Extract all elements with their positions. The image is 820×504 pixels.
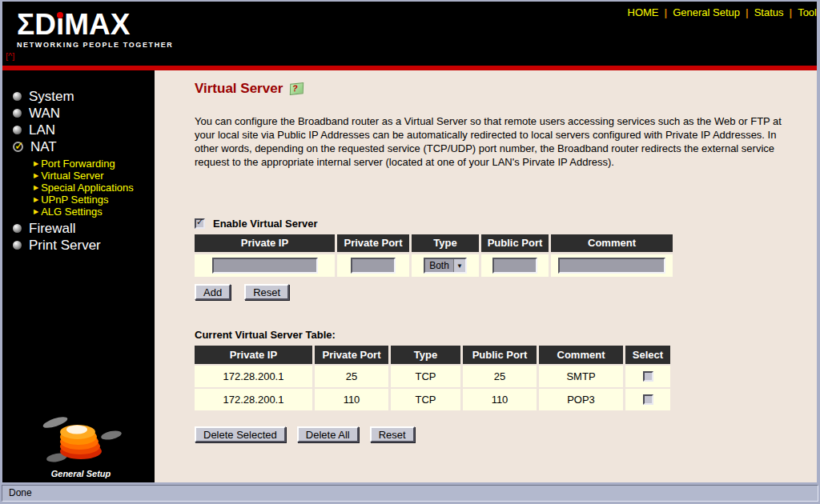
logo-tagline: NETWORKING PEOPLE TOGETHER <box>17 41 173 49</box>
sidebar-subitem-upnp-settings[interactable]: ▶UPnP Settings <box>34 194 155 206</box>
delete-selected-button[interactable]: Delete Selected <box>195 426 286 442</box>
sidebar-item-label: WAN <box>29 106 60 122</box>
select-dropdown-arrow-icon[interactable]: ▼ <box>453 259 465 272</box>
sidebar-item-label: NAT <box>30 139 57 155</box>
sidebar-subitem-virtual-server[interactable]: ▶Virtual Server <box>34 170 155 182</box>
header: ΣDıMAX NETWORKING PEOPLE TOGETHER HOME|G… <box>2 2 817 66</box>
brand-i: ı <box>56 10 64 40</box>
arrow-icon: ▶ <box>34 196 38 203</box>
column-header-private-ip: Private IP <box>195 234 335 252</box>
sidebar-subitem-alg-settings[interactable]: ▶ALG Settings <box>34 206 155 218</box>
sidebar-item-label: System <box>29 89 74 105</box>
form-cell-private-port <box>337 254 409 277</box>
sidebar-subitem-port-forwarding[interactable]: ▶Port Forwarding <box>34 158 155 170</box>
row1-comment: SMTP <box>539 366 623 387</box>
sidebar-item-wan[interactable]: WAN <box>13 105 155 122</box>
bullet-icon <box>13 224 22 233</box>
page-title: Virtual Server <box>195 81 283 97</box>
sidebar-subitem-special-applications[interactable]: ▶Special Applications <box>34 182 155 194</box>
nat-submenu: ▶Port Forwarding ▶Virtual Server ▶Specia… <box>34 158 155 218</box>
form-cell-public-port <box>481 254 549 277</box>
top-navigation: HOME|General Setup|Status|Tool <box>628 6 817 18</box>
row2-select-cell <box>625 389 670 410</box>
enable-row: Enable Virtual Server <box>195 218 817 230</box>
arrow-icon: ▶ <box>34 184 38 191</box>
row1-select-cell <box>625 366 670 387</box>
general-setup-graphic: General Setup <box>25 414 137 478</box>
row2-public-port: 110 <box>463 389 537 410</box>
main-row: System WAN LAN NAT ▶Port Forwarding ▶Vir… <box>2 70 817 482</box>
enable-virtual-server-label: Enable Virtual Server <box>213 218 318 230</box>
sidebar-item-label: Firewall <box>29 221 76 237</box>
row2-private-ip: 172.28.200.1 <box>195 389 312 410</box>
enable-virtual-server-checkbox[interactable] <box>195 218 205 229</box>
type-select[interactable]: Both ▼ <box>424 258 467 274</box>
row1-public-port: 25 <box>463 366 537 387</box>
row1-type: TCP <box>391 366 460 387</box>
column-header-type: Type <box>412 234 479 252</box>
type-select-value: Both <box>425 259 453 272</box>
current-virtual-server-table: Private IP Private Port Type Public Port… <box>195 346 670 410</box>
arrow-icon: ▶ <box>34 208 38 215</box>
nav-home[interactable]: HOME <box>628 6 659 18</box>
arrow-icon: ▶ <box>34 172 38 179</box>
sidebar-item-system[interactable]: System <box>13 88 155 105</box>
bullet-icon <box>13 241 22 250</box>
sidebar-item-label: LAN <box>29 122 55 138</box>
edimax-brand: ΣDıMAX <box>17 10 173 40</box>
column-header-select: Select <box>625 346 670 364</box>
row2-type: TCP <box>391 389 460 410</box>
edimax-logo: ΣDıMAX NETWORKING PEOPLE TOGETHER <box>17 10 173 49</box>
nav-tool[interactable]: Tool <box>798 6 817 18</box>
status-text: Done <box>9 487 32 498</box>
nav-status[interactable]: Status <box>754 6 784 18</box>
bullet-icon <box>13 126 22 134</box>
help-book-icon[interactable]: ? <box>290 82 303 95</box>
row-select-checkbox[interactable] <box>643 394 653 405</box>
public-port-input[interactable] <box>492 258 537 274</box>
column-header-type: Type <box>391 346 460 364</box>
logo-red-dot-icon <box>57 12 63 18</box>
status-bar: Done <box>2 485 818 502</box>
comment-input[interactable] <box>558 258 665 274</box>
broken-image-marker: [^] <box>6 51 14 61</box>
brand-right: MAX <box>64 8 130 41</box>
nav-separator: | <box>746 6 749 18</box>
row-select-checkbox[interactable] <box>643 371 653 382</box>
nav-general-setup[interactable]: General Setup <box>673 6 740 18</box>
sidebar-item-firewall[interactable]: Firewall <box>13 220 155 237</box>
private-port-input[interactable] <box>351 258 396 274</box>
reset-button[interactable]: Reset <box>244 284 289 300</box>
sidebar-item-print-server[interactable]: Print Server <box>13 237 155 254</box>
row2-private-port: 110 <box>315 389 388 410</box>
row1-private-port: 25 <box>315 366 388 387</box>
bullet-icon <box>13 109 22 118</box>
page-viewport: ΣDıMAX NETWORKING PEOPLE TOGETHER HOME|G… <box>2 2 817 482</box>
column-header-comment: Comment <box>539 346 623 364</box>
column-header-private-port: Private Port <box>315 346 388 364</box>
current-table-label: Current Virtual Server Table: <box>195 329 817 341</box>
nav-separator: | <box>790 6 793 18</box>
sidebar-item-label: Print Server <box>29 238 101 254</box>
row2-comment: POP3 <box>539 389 623 410</box>
column-header-public-port: Public Port <box>481 234 549 252</box>
virtual-server-form-table: Private IP Private Port Type Public Port… <box>195 234 673 277</box>
sidebar-item-nat[interactable]: NAT <box>13 138 155 155</box>
delete-all-button[interactable]: Delete All <box>297 426 359 442</box>
browser-window: ΣDıMAX NETWORKING PEOPLE TOGETHER HOME|G… <box>0 0 820 504</box>
column-header-public-port: Public Port <box>463 346 537 364</box>
reset-table-button[interactable]: Reset <box>370 426 415 442</box>
general-setup-caption: General Setup <box>25 469 137 478</box>
add-button[interactable]: Add <box>195 284 231 300</box>
form-cell-comment <box>551 254 673 277</box>
sidebar-item-lan[interactable]: LAN <box>13 122 155 138</box>
form-cell-type: Both ▼ <box>412 254 479 277</box>
brand-left: ΣD <box>17 8 56 41</box>
private-ip-input[interactable] <box>212 258 318 274</box>
sidebar: System WAN LAN NAT ▶Port Forwarding ▶Vir… <box>2 70 155 482</box>
content-area: Virtual Server ? You can configure the B… <box>155 70 817 482</box>
row1-private-ip: 172.28.200.1 <box>195 366 312 387</box>
form-cell-private-ip <box>195 254 335 277</box>
arrow-icon: ▶ <box>34 160 38 167</box>
column-header-private-port: Private Port <box>337 234 409 252</box>
